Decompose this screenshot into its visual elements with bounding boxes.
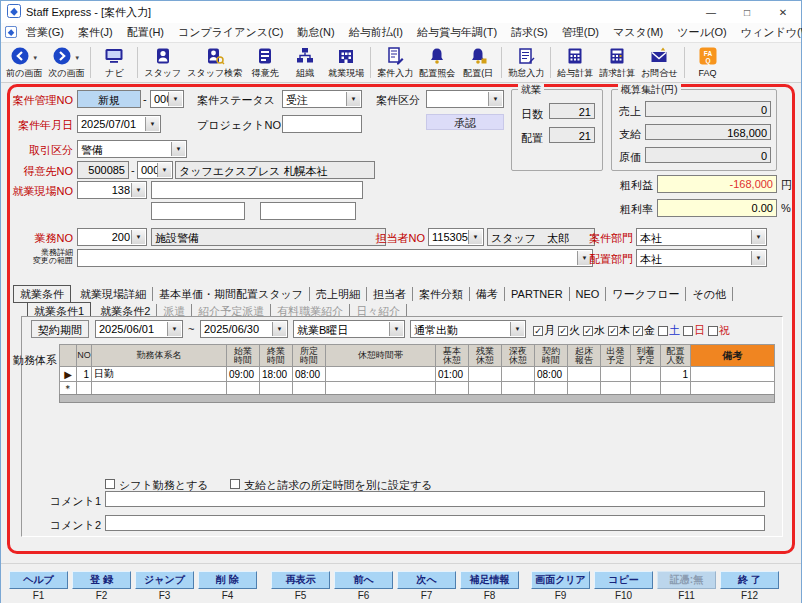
menu-payroll[interactable]: 給与賞与年調(T)	[410, 23, 504, 42]
toolbar-organization-button[interactable]: 組織	[285, 44, 325, 81]
gyomu-detail-label: 業務詳細 変更の範囲	[3, 249, 73, 265]
tab-base-price-staff[interactable]: 基本単価・期間配置スタッフ	[153, 287, 310, 301]
toolbar-contact-button[interactable]: お問合せ	[638, 44, 680, 81]
weekday-pattern-combo[interactable]: 就業B曜日▼	[293, 320, 405, 338]
tab-case-category[interactable]: 案件分類	[413, 287, 470, 301]
case-date-combo[interactable]: 2025/07/01▼	[77, 115, 161, 133]
worksite-sub-field-2[interactable]	[260, 202, 356, 220]
exit-button[interactable]: 終 了	[720, 571, 779, 589]
toolbar-payroll-button[interactable]: 給与計算	[554, 44, 596, 81]
close-button[interactable]: ✕	[765, 1, 801, 23]
tab-sales-detail[interactable]: 売上明細	[310, 287, 367, 301]
project-no-field[interactable]	[282, 115, 362, 133]
comment2-field[interactable]	[105, 515, 765, 531]
dropdown-arrow-icon: ▼	[510, 322, 524, 336]
toolbar-client-button[interactable]: 得意先	[245, 44, 285, 81]
tanto-no-combo[interactable]: 115305▼	[428, 228, 484, 246]
checkbox-wednesday[interactable]: ✓水	[583, 323, 605, 338]
toolbar-attendance-button[interactable]: 勤怠入力	[505, 44, 547, 81]
contract-to-combo[interactable]: 2025/06/30▼	[200, 320, 288, 338]
separate-time-checkbox[interactable]	[230, 479, 240, 489]
tab-tanto[interactable]: 担当者	[367, 287, 413, 301]
client-branch-combo[interactable]: 000▼	[137, 161, 173, 179]
toolbar-forward-button[interactable]: ▼ 次の画面	[45, 44, 87, 81]
tab-other[interactable]: その他	[686, 287, 733, 301]
toolbar-back-button[interactable]: ▼ 前の画面	[3, 44, 45, 81]
checkbox-monday[interactable]: ✓月	[533, 323, 555, 338]
checkbox-saturday[interactable]: 土	[658, 323, 680, 338]
delete-button[interactable]: 削 除	[198, 571, 257, 589]
assignment-inquiry-icon	[427, 46, 447, 70]
toolbar-billing-button[interactable]: 請求計算	[596, 44, 638, 81]
menu-billing[interactable]: 請求(S)	[504, 23, 555, 42]
tab-partner[interactable]: PARTNER	[505, 287, 570, 301]
toolbar-assignment-inquiry-button[interactable]: 配置照会	[416, 44, 458, 81]
menu-assignment[interactable]: 配置(H)	[120, 23, 171, 42]
copy-button[interactable]: コピー	[594, 571, 653, 589]
register-button[interactable]: 登 録	[72, 571, 131, 589]
menu-window[interactable]: ウィンドウ(W)	[734, 23, 802, 42]
dropdown-arrow-icon: ▼	[171, 142, 185, 156]
supplement-info-button[interactable]: 補足情報	[460, 571, 519, 589]
toolbar-worksite-button[interactable]: 就業現場	[325, 44, 367, 81]
jump-button[interactable]: ジャンプ	[135, 571, 194, 589]
minimize-button[interactable]: —	[693, 1, 729, 23]
refresh-button[interactable]: 再表示	[271, 571, 330, 589]
clear-screen-button[interactable]: 画面クリア	[531, 571, 590, 589]
summary-pay-field: 168,000	[645, 124, 771, 140]
toolbar-case-input-button[interactable]: 案件入力	[374, 44, 416, 81]
toolbar-staff-button[interactable]: スタッフ	[141, 44, 184, 81]
comment1-field[interactable]	[105, 491, 765, 507]
maximize-button[interactable]: □	[729, 1, 765, 23]
menu-admin[interactable]: 管理(D)	[555, 23, 606, 42]
tab-worksite-detail[interactable]: 就業現場詳細	[74, 287, 153, 301]
case-no-branch-combo[interactable]: 000▼	[150, 90, 184, 108]
menu-master[interactable]: マスタ(M)	[606, 23, 670, 42]
menu-tools[interactable]: ツール(O)	[670, 23, 733, 42]
worksite-name-field[interactable]	[151, 181, 363, 199]
checkbox-holiday[interactable]: 祝	[708, 323, 730, 338]
gyomu-no-combo[interactable]: 200▼	[77, 228, 147, 246]
dropdown-arrow-icon: ▼	[131, 230, 145, 244]
menu-sales[interactable]: 営業(G)	[19, 23, 71, 42]
toolbar-staff-search-button[interactable]: スタッフ検索	[184, 44, 245, 81]
worksite-no-combo[interactable]: 138▼	[77, 181, 147, 199]
summary-group-title: 概算集計(円)	[618, 83, 681, 97]
help-button[interactable]: ヘルプ	[9, 571, 68, 589]
previous-button[interactable]: 前へ	[334, 571, 393, 589]
menu-attendance[interactable]: 勤怠(N)	[290, 23, 341, 42]
toolbar-assignment-daily-button[interactable]: 配置(日	[458, 44, 498, 81]
gyomu-detail-combo[interactable]: ▼	[77, 249, 593, 267]
case-dept-combo[interactable]: 本社▼	[636, 228, 767, 246]
tab-shugyo-joken[interactable]: 就業条件	[13, 285, 71, 303]
menu-compliance[interactable]: コンプライアンス(C)	[171, 23, 290, 42]
checkbox-tuesday[interactable]: ✓火	[558, 323, 580, 338]
case-no-separator: -	[143, 93, 147, 105]
current-row-marker-icon[interactable]: ▶	[60, 367, 77, 382]
case-no-field[interactable]: 新規	[77, 90, 141, 108]
next-button[interactable]: 次へ	[397, 571, 456, 589]
tab-neo[interactable]: NEO	[570, 287, 607, 301]
toolbar-faq-button[interactable]: FAQ FAQ	[688, 44, 728, 81]
tab-workflow[interactable]: ワークフロー	[606, 287, 686, 301]
dropdown-arrow-icon: ▼	[167, 322, 181, 336]
shift-work-checkbox[interactable]	[105, 479, 115, 489]
attendance-type-combo[interactable]: 通常出勤▼	[410, 320, 526, 338]
gross-profit-label: 粗利益	[609, 178, 653, 193]
tab-remarks[interactable]: 備考	[470, 287, 505, 301]
checkbox-thursday[interactable]: ✓木	[608, 323, 630, 338]
menu-case[interactable]: 案件(J)	[71, 23, 120, 42]
toolbar-separator	[370, 47, 371, 78]
checkbox-friday[interactable]: ✓金	[633, 323, 655, 338]
toolbar-navi-button[interactable]: ナビ	[94, 44, 134, 81]
contract-from-combo[interactable]: 2025/06/01▼	[95, 320, 183, 338]
dropdown-arrow-icon: ▼	[346, 92, 360, 106]
menu-advance-pay[interactable]: 給与前払(I)	[342, 23, 410, 42]
dropdown-arrow-icon: ▼	[157, 163, 171, 177]
case-status-combo[interactable]: 受注▼	[282, 90, 362, 108]
torihiki-combo[interactable]: 警備▼	[77, 140, 187, 158]
worksite-sub-field-1[interactable]	[151, 202, 245, 220]
haichi-dept-combo[interactable]: 本社▼	[636, 249, 767, 267]
case-kubun-combo[interactable]: ▼	[426, 90, 504, 108]
checkbox-sunday[interactable]: 日	[683, 323, 705, 338]
